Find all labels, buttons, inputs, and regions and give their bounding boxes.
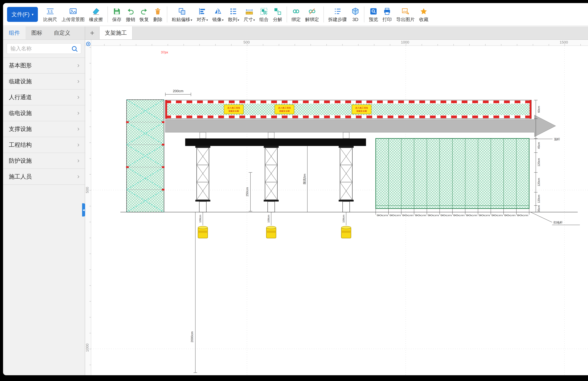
horizontal-ruler: 500 1000 1500 xyxy=(91,40,588,46)
toolbar-button-dimension[interactable]: 尺寸 xyxy=(241,4,257,25)
dimension-icon xyxy=(245,7,253,16)
search-input[interactable] xyxy=(7,44,81,54)
save-icon xyxy=(113,7,121,16)
toolbar-button-redo[interactable]: 恢复 xyxy=(137,4,151,25)
dimension-annotations xyxy=(165,93,580,373)
svg-text:120cm: 120cm xyxy=(537,178,540,186)
link-icon xyxy=(292,7,300,16)
warning-drum[interactable] xyxy=(198,226,351,238)
new-tab-button[interactable]: + xyxy=(85,26,99,39)
origin-target-icon[interactable] xyxy=(86,40,91,45)
cube-3d-icon xyxy=(351,7,359,16)
cap-beam[interactable] xyxy=(185,139,366,146)
bearing-pads xyxy=(200,132,349,139)
category-temporary-power[interactable]: 临电设施 xyxy=(3,105,85,121)
svg-text:请戴安全帽: 请戴安全帽 xyxy=(356,110,367,112)
document-tab[interactable]: 支架施工 xyxy=(99,26,132,39)
star-icon xyxy=(420,7,428,16)
svg-text:120cm: 120cm xyxy=(537,195,540,203)
vertical-ruler: 500 1000 xyxy=(85,46,91,375)
file-menu-button[interactable]: 文件(F) xyxy=(7,7,38,22)
ruler-mark: 1000 xyxy=(401,40,409,44)
svg-text:100cm: 100cm xyxy=(199,215,202,223)
warning-sign[interactable]: 进入施工现场 请戴安全帽 xyxy=(352,105,371,114)
construction-drawing[interactable]: 37px xyxy=(91,46,588,375)
svg-text:限高5m: 限高5m xyxy=(303,174,306,184)
left-scaffold[interactable] xyxy=(126,100,165,212)
toolbar-button-delete[interactable]: 删除 xyxy=(151,4,165,25)
screen: 文件(F) 1:1 比例尺 上传背景图 橡皮擦 保存 撤销 恢复 删除 xyxy=(0,0,588,381)
toolbar-button-3d[interactable]: 3D xyxy=(349,4,362,25)
canvas-area: + 支架施工 » 500 1000 1500 500 1000 xyxy=(85,26,588,375)
ruler-mark: 500 xyxy=(243,40,250,44)
toolbar-button-export-image[interactable]: 导出图片 xyxy=(394,4,417,25)
svg-text:200cm: 200cm xyxy=(173,89,184,93)
overflow-label: 37px xyxy=(161,50,168,54)
category-support-facilities[interactable]: 支撑设施 xyxy=(3,121,85,137)
trash-icon xyxy=(154,7,162,16)
svg-text:请戴安全帽: 请戴安全帽 xyxy=(229,110,239,112)
category-engineering-structure[interactable]: 工程结构 xyxy=(3,137,85,153)
toolbar-button-group[interactable]: 组合 xyxy=(257,4,271,25)
category-temporary-facilities[interactable]: 临建设施 xyxy=(3,74,85,89)
toolbar-button-scale[interactable]: 1:1 比例尺 xyxy=(41,4,59,25)
preview-magnifier-icon xyxy=(369,7,378,16)
sidebar-tabs: 组件 图标 自定义 xyxy=(3,26,85,40)
sidebar-tab-icons[interactable]: 图标 xyxy=(25,26,48,39)
toolbar-button-unbind[interactable]: 解绑定 xyxy=(303,4,321,25)
export-image-icon xyxy=(401,7,410,16)
toolbar-button-paste-offset[interactable]: 粘贴偏移 xyxy=(169,4,194,25)
svg-text:35cm: 35cm xyxy=(537,205,540,212)
sidebar-tab-components[interactable]: 组件 xyxy=(3,26,25,39)
svg-text:1:1: 1:1 xyxy=(48,10,53,13)
top-safety-barrier[interactable] xyxy=(165,100,531,119)
document-tab-bar: + 支架施工 » xyxy=(85,26,588,40)
toolbar-button-eraser[interactable]: 橡皮擦 xyxy=(87,4,105,25)
ungroup-icon xyxy=(273,7,282,16)
svg-text:进入施工现场: 进入施工现场 xyxy=(355,107,368,109)
support-tower[interactable] xyxy=(195,146,354,212)
category-construction-workers[interactable]: 施工人员 xyxy=(3,169,85,185)
sidebar-collapse-handle[interactable] xyxy=(82,203,85,217)
component-category-list: 基本图形 临建设施 人行通道 临电设施 支撑设施 工程结构 防护设施 施工人员 xyxy=(3,57,85,185)
svg-text:进入施工现场: 进入施工现场 xyxy=(278,107,291,109)
drawing-canvas[interactable]: 37px xyxy=(91,46,588,375)
undo-icon xyxy=(126,7,135,16)
right-scaffold[interactable] xyxy=(376,139,529,212)
toolbar-button-steps[interactable]: 拆建步骤 xyxy=(326,4,349,25)
toolbar-button-upload-background[interactable]: 上传背景图 xyxy=(59,4,87,25)
svg-text:120cm: 120cm xyxy=(537,158,540,167)
warning-sign[interactable]: 进入施工现场 请戴安全帽 xyxy=(275,105,294,114)
group-icon xyxy=(260,7,268,16)
toolbar-separator xyxy=(287,6,287,22)
search-icon[interactable] xyxy=(71,45,78,52)
ruler-corner xyxy=(85,40,91,46)
category-basic-shapes[interactable]: 基本图形 xyxy=(3,58,85,74)
toolbar-button-array[interactable]: 散列 xyxy=(226,4,241,25)
paste-offset-icon xyxy=(178,7,186,16)
category-protective-facilities[interactable]: 防护设施 xyxy=(3,153,85,169)
app-window: 文件(F) 1:1 比例尺 上传背景图 橡皮擦 保存 撤销 恢复 删除 xyxy=(3,3,588,375)
svg-text:2000cm: 2000cm xyxy=(190,331,194,342)
toolbar: 文件(F) 1:1 比例尺 上传背景图 橡皮擦 保存 撤销 恢复 删除 xyxy=(3,3,588,26)
toolbar-button-undo[interactable]: 撤销 xyxy=(124,4,137,25)
toolbar-button-favorite[interactable]: 收藏 xyxy=(417,4,431,25)
array-icon xyxy=(230,7,238,16)
align-icon xyxy=(198,7,206,16)
svg-text:100cm: 100cm xyxy=(267,215,270,223)
toolbar-button-ungroup[interactable]: 分解 xyxy=(271,4,284,25)
toolbar-button-print[interactable]: 打印 xyxy=(380,4,394,25)
toolbar-separator xyxy=(167,6,167,22)
category-pedestrian-passage[interactable]: 人行通道 xyxy=(3,89,85,105)
warning-sign[interactable]: 进入施工现场 请戴安全帽 xyxy=(224,105,243,114)
sidebar-tab-custom[interactable]: 自定义 xyxy=(48,26,76,39)
eraser-icon xyxy=(92,7,100,16)
unlink-icon xyxy=(308,7,316,16)
toolbar-button-preview[interactable]: 预览 xyxy=(367,4,380,25)
svg-text:进入施工现场: 进入施工现场 xyxy=(228,107,240,109)
svg-text:扫地杆: 扫地杆 xyxy=(553,221,563,224)
toolbar-button-bind[interactable]: 绑定 xyxy=(289,4,303,25)
toolbar-button-mirror[interactable]: 镜像 xyxy=(210,4,226,25)
toolbar-button-save[interactable]: 保存 xyxy=(110,4,124,25)
toolbar-button-align[interactable]: 对齐 xyxy=(194,4,210,25)
